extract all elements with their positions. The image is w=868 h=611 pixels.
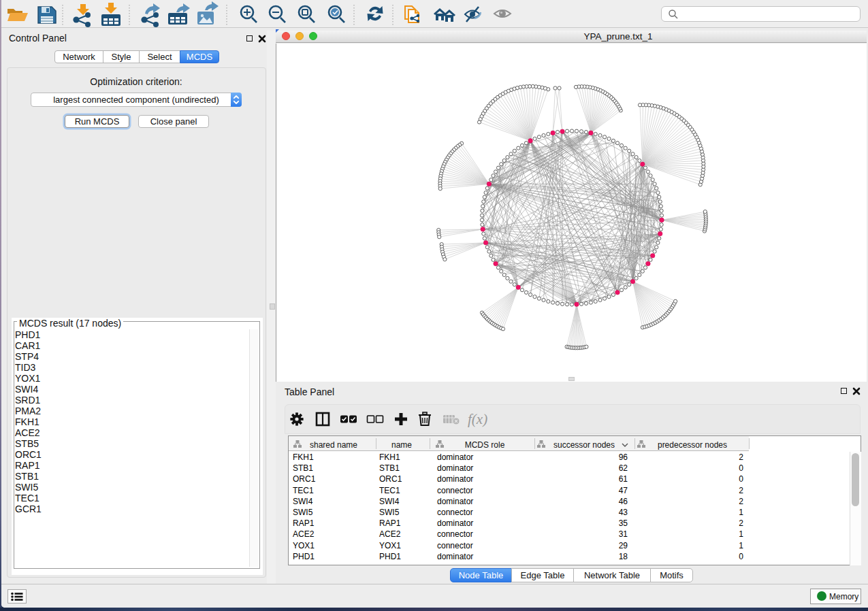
svg-text:f(x): f(x) — [468, 411, 487, 427]
